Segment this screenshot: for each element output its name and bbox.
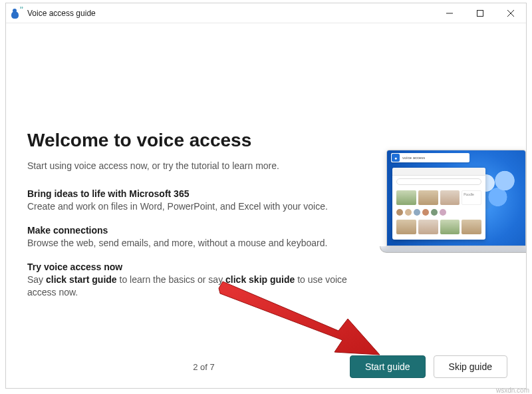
section-body: Create and work on files in Word, PowerP…	[27, 200, 373, 213]
content-area: Welcome to voice access Start using voic…	[6, 23, 526, 345]
page-indicator: 2 of 7	[6, 362, 342, 372]
section-microsoft365: Bring ideas to life with Microsoft 365 C…	[27, 188, 373, 213]
microphone-icon: ●	[392, 154, 400, 162]
titlebar: ›› Voice access guide	[6, 3, 526, 23]
maximize-icon	[477, 10, 483, 17]
close-icon	[507, 10, 514, 17]
section-try-now: Try voice access now Say click start gui…	[27, 262, 373, 299]
section-title: Try voice access now	[27, 262, 373, 272]
illustration-browser: Poodle	[392, 168, 485, 240]
section-body: Browse the web, send emails, and more, w…	[27, 237, 373, 250]
watermark: wsxdn.com	[496, 387, 529, 394]
illustration-voice-access-bar: ● voice access	[391, 153, 469, 162]
svg-rect-1	[477, 10, 483, 16]
skip-guide-button[interactable]: Skip guide	[434, 355, 507, 378]
section-title: Bring ideas to life with Microsoft 365	[27, 188, 373, 199]
page-heading: Welcome to voice access	[27, 130, 499, 151]
illustration-laptop: ● voice access Poodle	[386, 150, 526, 263]
voice-access-app-icon: ››	[11, 8, 22, 19]
close-button[interactable]	[495, 3, 526, 23]
start-guide-button[interactable]: Start guide	[350, 355, 426, 378]
minimize-button[interactable]	[434, 3, 465, 23]
maximize-button[interactable]	[465, 3, 495, 23]
section-connections: Make connections Browse the web, send em…	[27, 225, 373, 250]
window-title: Voice access guide	[27, 9, 96, 18]
window-frame: ›› Voice access guide Welcome to voice a…	[5, 3, 527, 389]
minimize-icon	[446, 10, 453, 17]
section-title: Make connections	[27, 225, 373, 236]
section-body: Say click start guide to learn the basic…	[27, 274, 373, 299]
footer: 2 of 7 Start guide Skip guide	[6, 345, 526, 388]
